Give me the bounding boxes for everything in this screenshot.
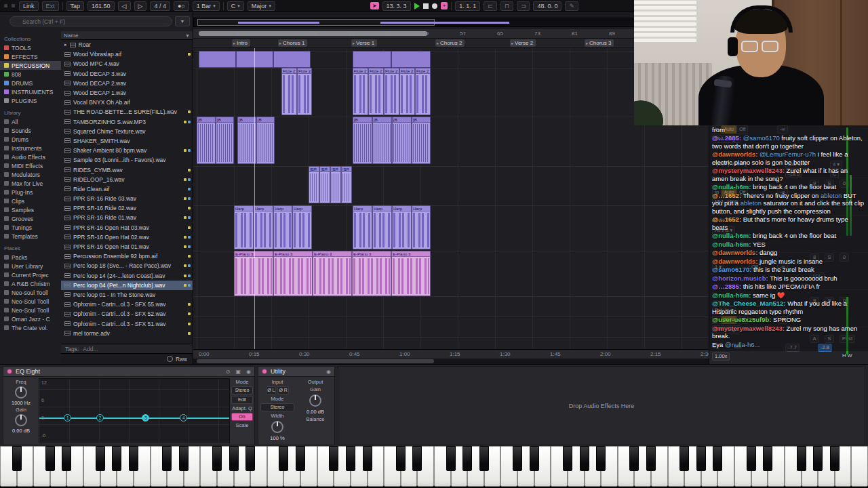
piano-black-key[interactable] (580, 446, 589, 471)
clip-br-fills[interactable]: [BR (309, 166, 319, 203)
punch-in-button[interactable]: ⊏ (484, 1, 497, 11)
piano-black-key[interactable] (96, 446, 105, 471)
clip-harp[interactable]: Harp (234, 205, 254, 249)
piano-black-key[interactable] (346, 446, 355, 471)
file-row[interactable]: Ride Clean.aif (61, 184, 193, 194)
time-signature-field[interactable]: 4 / 4 (150, 1, 170, 11)
sidebar-place-item[interactable]: Current Projec (0, 270, 61, 279)
piano-black-key[interactable] (462, 446, 472, 471)
locator-intro[interactable]: ▸Intro (232, 39, 250, 47)
browser-filter-button[interactable]: ▼ (175, 16, 190, 26)
sidebar-item-instruments[interactable]: Instruments (0, 144, 61, 152)
piano-black-key[interactable] (412, 446, 422, 471)
sidebar-place-item[interactable]: Packs (0, 253, 61, 262)
device-on-toggle[interactable] (7, 369, 12, 374)
file-list-header[interactable]: Name ▼ (61, 31, 193, 40)
horizontal-scrollbar[interactable] (193, 359, 712, 364)
sidebar-item-percussion[interactable]: PERCUSSION (0, 61, 61, 70)
piano-black-key[interactable] (830, 446, 840, 471)
device-on-toggle[interactable] (262, 369, 267, 374)
gain-knob[interactable] (15, 414, 27, 426)
piano-black-key[interactable] (129, 446, 138, 471)
clip-e-piano[interactable]: E-Piano 3 (352, 251, 391, 296)
clip-flute[interactable]: Flute 2 (384, 68, 399, 115)
piano-black-key[interactable] (329, 446, 338, 471)
piano-black-key[interactable] (12, 446, 22, 471)
piano-black-key[interactable] (679, 446, 689, 471)
clip-harp[interactable]: Harp (273, 205, 292, 249)
sidebar-item-modulators[interactable]: Modulators (0, 170, 61, 179)
sidebar-place-item[interactable]: Neo-Soul Tooll (0, 306, 61, 314)
clip-harp[interactable]: Harp (353, 205, 372, 249)
sidebar-item-midi-effects[interactable]: MIDI Effects (0, 161, 61, 170)
time-ruler[interactable]: 0:000:150:300:451:001:151:301:452:002:15… (193, 349, 712, 359)
freq-knob[interactable] (15, 386, 27, 399)
mixer-box[interactable]: 1.00x (712, 352, 730, 361)
clip-harp[interactable]: Harp (372, 205, 392, 249)
file-row[interactable]: PPR SR-16 Ride 02.wav (61, 203, 193, 213)
clip-flute[interactable]: Flute 2 (399, 68, 415, 115)
piano-black-key[interactable] (813, 446, 823, 471)
file-row[interactable]: RIDELOOP_16.wav (61, 175, 193, 184)
file-row[interactable]: Wood Vibraslap.aif (61, 49, 193, 59)
clip-breaks[interactable]: [B (353, 117, 372, 164)
ext-button[interactable]: Ext (42, 1, 59, 11)
tap-tempo-button[interactable]: Tap (66, 1, 85, 11)
sidebar-item-grooves[interactable]: Grooves (0, 214, 61, 223)
piano-white-key[interactable] (851, 446, 868, 487)
clip-perc-top[interactable] (353, 51, 391, 68)
piano-black-key[interactable] (45, 446, 55, 471)
piano-black-key[interactable] (112, 446, 121, 471)
file-row[interactable]: THE ROAD-BETTE...E SURE(FILL).wav (61, 107, 193, 117)
piano-black-key[interactable] (162, 446, 172, 471)
eq-mode-select[interactable]: Stereo (231, 386, 253, 394)
phase-right-button[interactable]: Ø R (277, 386, 288, 394)
locator-chorus-3[interactable]: ▸Chorus 3 (585, 39, 614, 47)
sidebar-item-instruments[interactable]: INSTRUMENTS (0, 87, 61, 96)
sidebar-item-audio-effects[interactable]: Audio Effects (0, 152, 61, 161)
file-row[interactable]: Squared Chime Texture.wav (61, 127, 193, 136)
follow-button[interactable]: ➤ (370, 2, 379, 9)
file-row[interactable]: Perc loop 14 (24-...leton Coast).wav (61, 271, 193, 281)
loop-start-field[interactable]: 1. 1. 1 (455, 1, 480, 11)
freq-value[interactable]: 1000 Hz (3, 400, 39, 406)
punch-out-button[interactable]: ⊐ (517, 1, 530, 11)
file-row[interactable]: Ophxnim - Cartri...ol.3 - SFX 52.wav (61, 309, 193, 319)
piano-black-key[interactable] (296, 446, 305, 471)
clip-breaks[interactable]: [B (372, 117, 392, 164)
nudge-up-button[interactable]: ▷ (134, 1, 147, 11)
clip-e-piano[interactable]: E-Piano 3 (273, 251, 313, 296)
file-row[interactable]: Percussion Ensemble 92 bpm.aif (61, 251, 193, 261)
sidebar-item-tunings[interactable]: Tunings (0, 223, 61, 232)
sidebar-item-tools[interactable]: TOOLS (0, 43, 61, 52)
draw-mode-button[interactable]: ✎ (565, 1, 578, 11)
piano-black-key[interactable] (713, 446, 722, 471)
scale-menu[interactable]: Major▾ (248, 1, 275, 11)
file-row[interactable]: Ophxnim - Cartri...ol.3 - SFX 55.wav (61, 300, 193, 309)
clip-br-fills[interactable]: [BR (341, 166, 352, 203)
clip-flute[interactable]: Flute 2 (368, 68, 384, 115)
tempo-field[interactable]: 161.50 (87, 1, 115, 11)
file-row[interactable]: ▸Roar (61, 40, 193, 49)
hot-swap-icon[interactable]: ⊙ (226, 369, 231, 375)
clip-e-piano[interactable]: E-Piano 3 (234, 251, 273, 296)
eq-band-node[interactable]: 4 (180, 414, 187, 422)
piano-black-key[interactable] (245, 446, 255, 471)
sidebar-item-clips[interactable]: Clips (0, 197, 61, 205)
sidebar-item-templates[interactable]: Templates (0, 232, 61, 241)
piano-black-key[interactable] (62, 446, 71, 471)
piano-black-key[interactable] (563, 446, 572, 471)
file-row[interactable]: Wood DECAP 3.wav (61, 69, 193, 79)
file-row[interactable]: Wood DECAP 1.wav (61, 88, 193, 98)
sidebar-item-drums[interactable]: Drums (0, 135, 61, 144)
eq-edit-button[interactable]: Edit (231, 396, 253, 404)
expand-icon[interactable]: ◉ (246, 369, 251, 375)
clip-harp[interactable]: Harp (412, 205, 431, 249)
piano-black-key[interactable] (446, 446, 456, 471)
sidebar-item-max-for-live[interactable]: Max for Live (0, 179, 61, 188)
locator-verse-2[interactable]: ▸Verse 2 (510, 39, 536, 47)
utility-gain-value[interactable]: 0.00 dB (298, 409, 332, 415)
clip-perc-top[interactable] (199, 51, 236, 68)
piano-black-key[interactable] (179, 446, 189, 471)
sidebar-item-all[interactable]: All (0, 117, 61, 126)
